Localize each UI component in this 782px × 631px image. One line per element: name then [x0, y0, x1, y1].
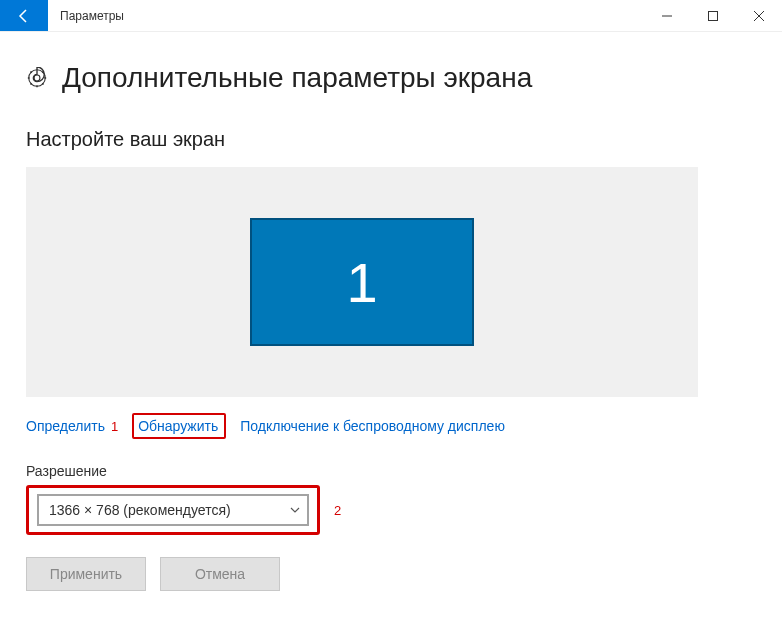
display-links-row: Определить 1 Обнаружить Подключение к бе… [26, 413, 756, 439]
apply-button[interactable]: Применить [26, 557, 146, 591]
monitor-1[interactable]: 1 [250, 218, 474, 346]
maximize-button[interactable] [690, 0, 736, 31]
resolution-selected-value: 1366 × 768 (рекомендуется) [49, 502, 231, 518]
chevron-down-icon [289, 504, 301, 516]
minimize-icon [662, 11, 672, 21]
arrow-left-icon [16, 8, 32, 24]
annotation-1: 1 [111, 419, 118, 434]
svg-point-5 [34, 75, 40, 81]
identify-link[interactable]: Определить [26, 418, 105, 434]
titlebar: Параметры [0, 0, 782, 32]
cancel-button[interactable]: Отмена [160, 557, 280, 591]
svg-rect-1 [709, 11, 718, 20]
page-title: Дополнительные параметры экрана [62, 62, 532, 94]
button-row: Применить Отмена [26, 557, 756, 591]
maximize-icon [708, 11, 718, 21]
resolution-select[interactable]: 1366 × 768 (рекомендуется) [37, 494, 309, 526]
back-button[interactable] [0, 0, 48, 31]
section-title: Настройте ваш экран [26, 128, 756, 151]
resolution-row: 1366 × 768 (рекомендуется) 2 [26, 485, 756, 535]
wireless-display-link[interactable]: Подключение к беспроводному дисплею [240, 418, 505, 434]
window-controls [644, 0, 782, 31]
minimize-button[interactable] [644, 0, 690, 31]
detect-link[interactable]: Обнаружить [138, 418, 218, 434]
monitor-preview-area[interactable]: 1 [26, 167, 698, 397]
close-button[interactable] [736, 0, 782, 31]
gear-icon [26, 67, 48, 89]
monitor-label: 1 [346, 250, 377, 315]
highlight-box-resolution: 1366 × 768 (рекомендуется) [26, 485, 320, 535]
resolution-label: Разрешение [26, 463, 756, 479]
window-title: Параметры [48, 0, 644, 31]
close-icon [754, 11, 764, 21]
page-header: Дополнительные параметры экрана [26, 62, 756, 94]
highlight-box-detect: Обнаружить [132, 413, 226, 439]
content-area: Дополнительные параметры экрана Настройт… [0, 32, 782, 591]
annotation-2: 2 [334, 503, 341, 518]
